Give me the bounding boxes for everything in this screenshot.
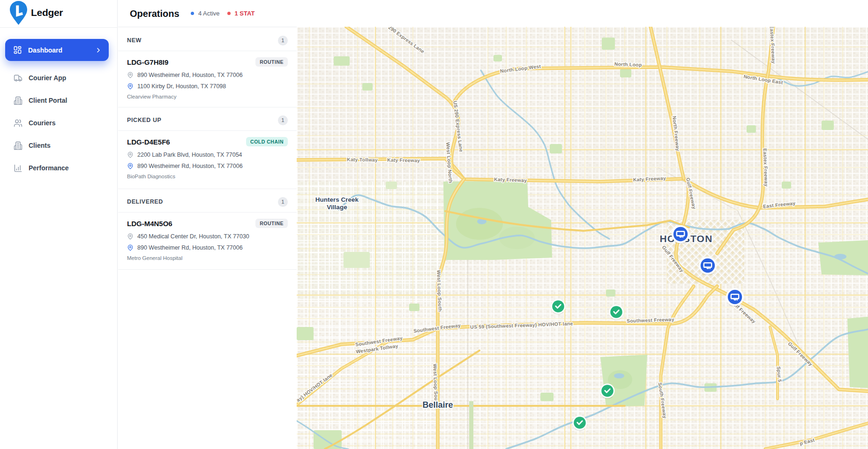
svg-text:Village: Village <box>327 204 347 211</box>
svg-text:Hunters Creek: Hunters Creek <box>315 196 359 203</box>
svg-text:Katy Freeway: Katy Freeway <box>387 157 420 163</box>
svg-text:Katy Freeway: Katy Freeway <box>494 176 527 183</box>
svg-text:Bellaire: Bellaire <box>422 400 453 410</box>
svg-text:North Loop: North Loop <box>614 61 642 68</box>
svg-text:Katy Tollway: Katy Tollway <box>347 156 378 162</box>
